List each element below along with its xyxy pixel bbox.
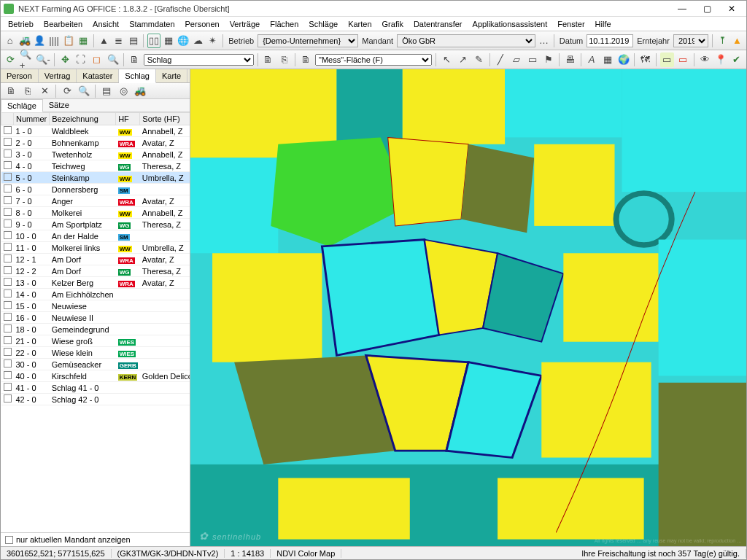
table-row[interactable]: 13 - 0Kelzer BergWRAAvatar, ZWGWWSM	[1, 277, 190, 289]
pencil-icon[interactable]: ✎	[472, 52, 486, 67]
field-icon[interactable]: ▦	[77, 34, 90, 48]
copy-doc-icon[interactable]: ⎘	[277, 52, 291, 67]
world-icon[interactable]: 🌍	[616, 52, 630, 67]
row-checkbox[interactable]	[4, 266, 12, 274]
new-doc-icon[interactable]: 🗎	[262, 52, 276, 67]
check-icon[interactable]: ✔	[729, 52, 743, 67]
row-checkbox[interactable]	[4, 196, 12, 204]
panel-target-icon[interactable]: ◎	[116, 84, 131, 98]
menu-betrieb[interactable]: Betrieb	[4, 18, 38, 30]
table-row[interactable]: 42 - 0Schlag 42 - 0	[1, 394, 190, 405]
panel-tractor-icon[interactable]: 🚜	[133, 84, 147, 98]
table-row[interactable]: 12 - 2Am DorfWGTheresa, ZWWWRAW	[1, 265, 190, 277]
row-checkbox[interactable]	[4, 301, 12, 309]
row-checkbox[interactable]	[4, 231, 12, 239]
table-row[interactable]: 22 - 0Wiese kleinWIESWIESWIESWI	[1, 347, 190, 359]
edit-arrow-icon[interactable]: ↗	[456, 52, 470, 67]
warning-icon[interactable]: ▲	[731, 34, 743, 48]
row-checkbox[interactable]	[4, 359, 12, 368]
table-row[interactable]: 2 - 0BohnenkampWRAAvatar, ZWWWWW	[1, 137, 190, 149]
table-row[interactable]: 30 - 0GemüseackerGERBTOM	[1, 359, 190, 370]
col-header[interactable]: Sorte (HF)	[140, 113, 190, 125]
table-row[interactable]: 18 - 0Gemeindegrund	[1, 324, 190, 335]
menu-verträge[interactable]: Verträge	[225, 18, 265, 30]
col-header[interactable]: Nummer	[14, 113, 50, 125]
cloud-icon[interactable]: ☁	[192, 34, 204, 48]
layout-icon[interactable]: ▯▯	[147, 34, 160, 48]
fullextent-icon[interactable]: ⛶	[74, 52, 88, 67]
tab-kataster[interactable]: Kataster	[77, 69, 119, 82]
clipboard-icon[interactable]: 📋	[63, 34, 75, 48]
row-checkbox[interactable]	[4, 371, 12, 379]
tractor-icon[interactable]: 🚜	[18, 34, 31, 48]
erntejahr-select[interactable]: 2019	[673, 34, 708, 47]
panel-find-icon[interactable]: 🔍	[77, 84, 91, 98]
menu-grafik[interactable]: Grafik	[378, 18, 408, 30]
table-row[interactable]: 5 - 0SteinkampWWUmbrella, ZSMWGW	[1, 172, 190, 184]
carrot-icon[interactable]: ▲	[98, 34, 110, 48]
wizard-icon[interactable]: ✴	[206, 34, 219, 48]
row-checkbox[interactable]	[4, 336, 12, 344]
person-icon[interactable]: 👤	[33, 34, 45, 48]
table-row[interactable]: 3 - 0TwetenholzWWAnnabell, ZWRAWGW	[1, 149, 190, 160]
menu-schläge[interactable]: Schläge	[304, 18, 342, 30]
panel-delete-icon[interactable]: ✕	[37, 84, 52, 98]
layer-doc-icon[interactable]: 🗎	[128, 52, 142, 67]
row-checkbox[interactable]	[4, 243, 12, 251]
map-view[interactable]: ✿ sentinelhub All rights reserved … any …	[190, 69, 746, 546]
row-checkbox[interactable]	[4, 219, 12, 228]
home-icon[interactable]: ⌂	[4, 34, 16, 48]
table-row[interactable]: 12 - 1Am DorfWRAAvatar, ZWGWWW	[1, 254, 190, 265]
col-header[interactable]	[1, 113, 14, 125]
find-icon[interactable]: 🔍	[106, 52, 120, 67]
row-checkbox[interactable]	[4, 173, 12, 181]
row-checkbox[interactable]	[4, 208, 12, 216]
panel-new-icon[interactable]: 🗎	[4, 84, 18, 98]
menu-applikationsassistent[interactable]: Applikationsassistent	[468, 18, 552, 30]
row-checkbox[interactable]	[4, 313, 12, 321]
row-checkbox[interactable]	[4, 149, 12, 158]
table-row[interactable]: 11 - 0Molkerei linksWWUmbrella, ZSMWGW	[1, 242, 190, 254]
col-header[interactable]: Bezeichnung	[50, 113, 116, 125]
fit-icon[interactable]: ✥	[58, 52, 72, 67]
refresh-icon[interactable]: ⟳	[4, 52, 18, 67]
zoom-in-icon[interactable]: 🔍+	[20, 52, 34, 67]
table-row[interactable]: 7 - 0AngerWRAAvatar, ZWGWWW	[1, 195, 190, 207]
mandant-filter-checkbox[interactable]	[5, 536, 13, 544]
layer-select[interactable]: Schlag	[144, 54, 254, 66]
menu-karten[interactable]: Karten	[344, 18, 376, 30]
measure-select[interactable]: "Mess"-Fläche (F)	[315, 54, 432, 66]
row-checkbox[interactable]	[4, 161, 12, 169]
table-row[interactable]: 16 - 0Neuwiese II	[1, 312, 190, 324]
close-button[interactable]: ✕	[720, 2, 743, 15]
datum-input[interactable]	[587, 34, 633, 47]
table-row[interactable]: 6 - 0DonnersbergSMWWWWW	[1, 184, 190, 195]
table-row[interactable]: 21 - 0Wiese großWIESWIESWIESWI	[1, 335, 190, 347]
flag-icon[interactable]: ⚑	[541, 52, 555, 67]
grid-toggle-icon[interactable]: ▦	[601, 52, 615, 67]
pin-icon[interactable]: 📍	[713, 52, 727, 67]
table-row[interactable]: 8 - 0MolkereiWWAnnabell, ZWRAHWZR	[1, 207, 190, 219]
row-checkbox[interactable]	[4, 278, 12, 286]
minimize-button[interactable]: —	[670, 2, 694, 15]
col-header[interactable]: HF	[116, 113, 140, 125]
table-row[interactable]: 41 - 0Schlag 41 - 0	[1, 382, 190, 394]
pointer-icon[interactable]: ↖	[440, 52, 454, 67]
tab-person[interactable]: Person	[1, 69, 39, 82]
barcode-icon[interactable]: ||||	[48, 34, 61, 48]
layer1-icon[interactable]: ▭	[660, 52, 674, 67]
map-icon[interactable]: 🗺	[638, 52, 652, 67]
panel-filter-icon[interactable]: ▤	[99, 84, 114, 98]
row-checkbox[interactable]	[4, 394, 12, 402]
subtab-schläge[interactable]: Schläge	[1, 99, 43, 112]
table-row[interactable]: 15 - 0Neuwiese	[1, 300, 190, 312]
rect-tool-icon[interactable]: ▭	[525, 52, 539, 67]
mandant-select[interactable]: Öko GbR	[397, 34, 535, 47]
layer2-icon[interactable]: ▭	[676, 52, 690, 67]
menu-datentransfer[interactable]: Datentransfer	[409, 18, 467, 30]
row-checkbox[interactable]	[4, 254, 12, 262]
sheet-icon[interactable]: ▤	[127, 34, 139, 48]
row-checkbox[interactable]	[4, 383, 12, 391]
export-icon[interactable]: ⤒	[716, 34, 729, 48]
row-checkbox[interactable]	[4, 289, 12, 298]
